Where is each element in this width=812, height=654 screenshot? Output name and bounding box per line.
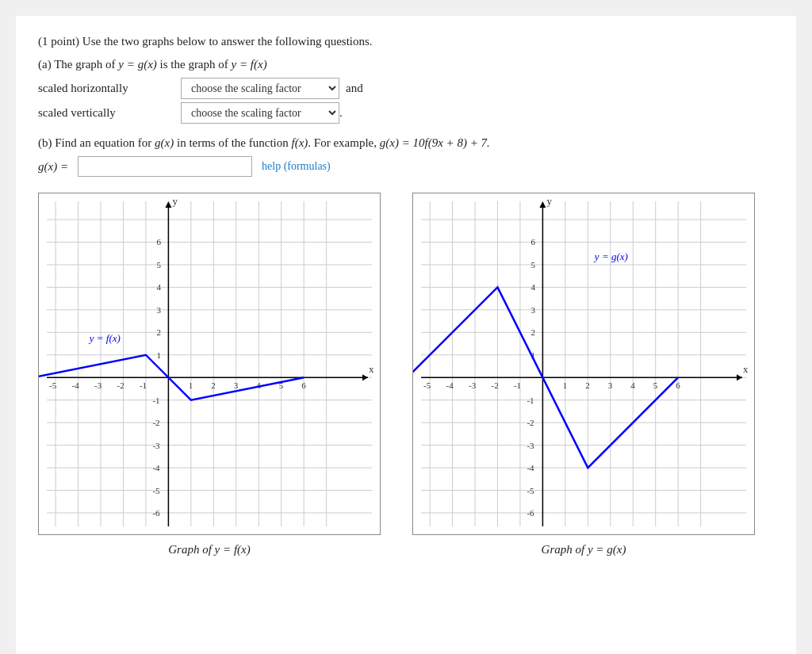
question-header: (1 point) Use the two graphs below to an… xyxy=(38,35,774,48)
dropdown1-wrapper: choose the scaling factor 1/4 1/3 1/2 2 … xyxy=(181,78,363,99)
part-b-fx: f(x) xyxy=(292,136,308,149)
graphs-row: Graph of y = f(x) Graph of y = g(x) xyxy=(38,193,774,556)
part-b-description: (b) Find an equation for g(x) in terms o… xyxy=(38,136,774,150)
part-b-gx: g(x) xyxy=(155,136,174,149)
part-a: (a) The graph of y = g(x) is the graph o… xyxy=(38,58,774,124)
part-b-example-eq: g(x) = 10f(9x + 8) + 7. xyxy=(380,136,490,149)
period-text: . xyxy=(339,106,343,120)
part-a-label: (a) The graph of xyxy=(38,58,116,71)
part-b: (b) Find an equation for g(x) in terms o… xyxy=(38,136,774,177)
graph2-caption: Graph of y = g(x) xyxy=(542,543,626,556)
header-text: (1 point) Use the two graphs below to an… xyxy=(38,35,373,48)
part-a-mid: is the graph of xyxy=(160,58,228,71)
scaled-vertically-label: scaled vertically xyxy=(38,106,181,120)
part-a-title: (a) The graph of y = g(x) is the graph o… xyxy=(38,58,774,71)
scaling-factor-dropdown-2[interactable]: choose the scaling factor 1/4 1/3 1/2 2 … xyxy=(181,102,339,124)
gx-input[interactable] xyxy=(78,156,252,177)
part-a-row1: scaled horizontally choose the scaling f… xyxy=(38,78,774,99)
and-text: and xyxy=(346,82,363,95)
page: (1 point) Use the two graphs below to an… xyxy=(16,16,796,654)
part-a-row2: scaled vertically choose the scaling fac… xyxy=(38,102,774,124)
scaling-factor-dropdown-1[interactable]: choose the scaling factor 1/4 1/3 1/2 2 … xyxy=(181,78,339,99)
graph2-canvas xyxy=(412,193,755,535)
help-formulas-link[interactable]: help (formulas) xyxy=(262,160,331,173)
graph1-caption: Graph of y = f(x) xyxy=(168,543,250,556)
dropdown2-wrapper: choose the scaling factor 1/4 1/3 1/2 2 … xyxy=(181,102,343,124)
graph1-container: Graph of y = f(x) xyxy=(38,193,381,556)
graph2-container: Graph of y = g(x) xyxy=(412,193,755,556)
part-b-example: For example, xyxy=(314,136,377,149)
graph1-canvas xyxy=(38,193,381,535)
part-a-math1: y = g(x) xyxy=(118,58,156,71)
part-b-input-row: g(x) = help (formulas) xyxy=(38,156,774,177)
scaled-horizontally-label: scaled horizontally xyxy=(38,82,181,95)
gx-equals-label: g(x) = xyxy=(38,160,68,174)
part-b-label: (b) Find an equation for xyxy=(38,136,151,149)
part-a-math2: y = f(x) xyxy=(232,58,267,71)
part-b-mid: in terms of the function xyxy=(177,136,289,149)
